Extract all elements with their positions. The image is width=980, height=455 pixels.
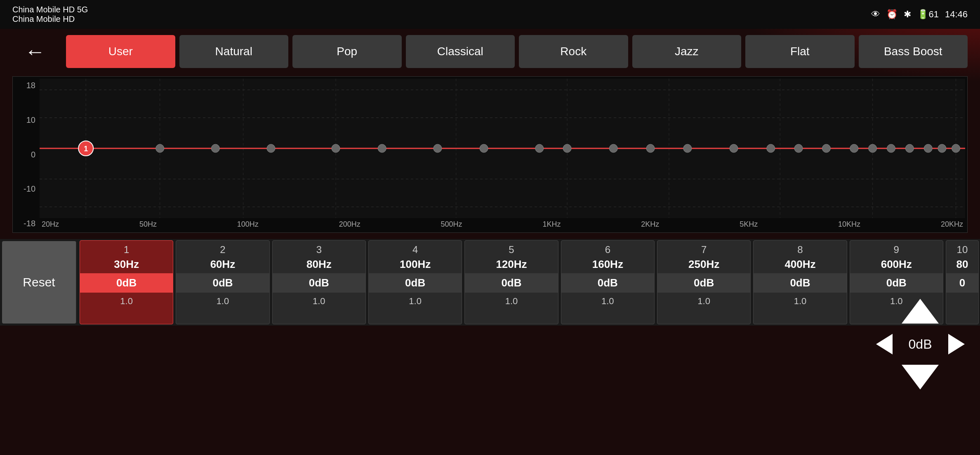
status-bar: China Mobile HD 5G China Mobile HD 👁 ⏰ ✱… bbox=[0, 0, 980, 29]
svg-point-28 bbox=[646, 144, 655, 152]
band-card-3[interactable]: 3 80Hz 0dB 1.0 bbox=[272, 240, 366, 324]
band-4-num: 4 bbox=[369, 241, 462, 257]
band-7-q: 1.0 bbox=[657, 294, 750, 310]
svg-point-23 bbox=[433, 144, 442, 152]
band-1-q: 1.0 bbox=[80, 294, 173, 310]
x-label-200hz: 200Hz bbox=[339, 220, 360, 229]
nav-middle: 0dB bbox=[873, 332, 968, 356]
svg-point-29 bbox=[683, 144, 692, 152]
back-arrow-icon: ← bbox=[25, 40, 45, 63]
svg-point-20 bbox=[267, 144, 275, 152]
x-label-20khz: 20KHz bbox=[941, 220, 963, 229]
x-label-100hz: 100Hz bbox=[237, 220, 259, 229]
nav-current-value: 0dB bbox=[904, 337, 937, 352]
band-8-freq: 400Hz bbox=[754, 257, 846, 272]
band-6-num: 6 bbox=[561, 241, 654, 257]
band-3-freq: 80Hz bbox=[273, 257, 365, 272]
eq-y-labels: 18 10 0 -10 -18 bbox=[13, 77, 38, 232]
svg-point-33 bbox=[822, 144, 830, 152]
band-8-db: 0dB bbox=[754, 273, 846, 293]
band-card-8[interactable]: 8 400Hz 0dB 1.0 bbox=[753, 240, 847, 324]
band-2-q: 1.0 bbox=[176, 294, 269, 310]
alarm-icon: ⏰ bbox=[886, 9, 898, 20]
x-label-2khz: 2KHz bbox=[641, 220, 659, 229]
eq-chart-container: 18 10 0 -10 -18 bbox=[12, 76, 968, 233]
x-label-1khz: 1KHz bbox=[542, 220, 561, 229]
band-7-freq: 250Hz bbox=[657, 257, 750, 272]
band-4-freq: 100Hz bbox=[369, 257, 462, 272]
nav-left-button[interactable] bbox=[873, 332, 895, 356]
band-6-q: 1.0 bbox=[561, 294, 654, 310]
reset-button[interactable]: Reset bbox=[2, 241, 76, 324]
tab-user[interactable]: User bbox=[66, 35, 175, 68]
band-4-db: 0dB bbox=[369, 273, 462, 293]
eq-chart[interactable]: 1 bbox=[40, 79, 965, 218]
carrier2: China Mobile HD bbox=[12, 14, 88, 24]
x-label-5khz: 5KHz bbox=[740, 220, 758, 229]
y-label-18: 18 bbox=[15, 81, 35, 90]
tab-jazz[interactable]: Jazz bbox=[632, 35, 742, 68]
svg-point-31 bbox=[767, 144, 775, 152]
band-cards: 1 30Hz 0dB 1.0 2 60Hz 0dB 1.0 3 80Hz 0dB… bbox=[78, 239, 980, 326]
svg-point-39 bbox=[938, 144, 946, 152]
tab-rock[interactable]: Rock bbox=[519, 35, 628, 68]
band-1-freq: 30Hz bbox=[80, 257, 173, 272]
svg-point-24 bbox=[480, 144, 488, 152]
carrier-info: China Mobile HD 5G China Mobile HD bbox=[12, 5, 88, 24]
eye-icon: 👁 bbox=[871, 9, 880, 20]
tab-flat[interactable]: Flat bbox=[745, 35, 855, 68]
band-7-num: 7 bbox=[657, 241, 750, 257]
x-label-20hz: 20Hz bbox=[42, 220, 59, 229]
svg-point-19 bbox=[211, 144, 219, 152]
tab-natural[interactable]: Natural bbox=[179, 35, 289, 68]
svg-point-25 bbox=[535, 144, 544, 152]
eq-x-labels: 20Hz 50Hz 100Hz 200Hz 500Hz 1KHz 2KHz 5K… bbox=[40, 218, 965, 230]
svg-point-18 bbox=[156, 144, 164, 152]
band-card-5[interactable]: 5 120Hz 0dB 1.0 bbox=[464, 240, 558, 324]
band-2-freq: 60Hz bbox=[176, 257, 269, 272]
band-1-db: 0dB bbox=[80, 273, 173, 293]
band-3-num: 3 bbox=[273, 241, 365, 257]
svg-point-22 bbox=[378, 144, 386, 152]
nav-up-button[interactable] bbox=[895, 295, 945, 328]
battery-icon: 🔋61 bbox=[917, 9, 938, 20]
band-card-7[interactable]: 7 250Hz 0dB 1.0 bbox=[657, 240, 751, 324]
svg-point-37 bbox=[905, 144, 914, 152]
x-label-10khz: 10KHz bbox=[838, 220, 860, 229]
svg-marker-44 bbox=[902, 365, 939, 389]
svg-point-21 bbox=[332, 144, 340, 152]
tab-bass-boost[interactable]: Bass Boost bbox=[859, 35, 968, 68]
tab-pop[interactable]: Pop bbox=[292, 35, 402, 68]
band-5-db: 0dB bbox=[465, 273, 558, 293]
band-3-db: 0dB bbox=[273, 273, 365, 293]
svg-point-27 bbox=[609, 144, 617, 152]
nav-right-button[interactable] bbox=[945, 332, 968, 356]
band-3-q: 1.0 bbox=[273, 294, 365, 310]
band-8-num: 8 bbox=[754, 241, 846, 257]
time: 14:46 bbox=[945, 9, 968, 20]
svg-marker-42 bbox=[876, 334, 893, 354]
back-button[interactable]: ← bbox=[16, 33, 54, 70]
nav-down-button[interactable] bbox=[895, 361, 945, 394]
svg-point-30 bbox=[730, 144, 738, 152]
svg-point-26 bbox=[563, 144, 571, 152]
bluetooth-icon: ✱ bbox=[904, 9, 911, 20]
band-card-6[interactable]: 6 160Hz 0dB 1.0 bbox=[561, 240, 655, 324]
tab-bar: User Natural Pop Classical Rock Jazz Fla… bbox=[66, 31, 968, 72]
band-card-2[interactable]: 2 60Hz 0dB 1.0 bbox=[176, 240, 269, 324]
x-label-50hz: 50Hz bbox=[139, 220, 157, 229]
x-label-500hz: 500Hz bbox=[441, 220, 462, 229]
band-2-num: 2 bbox=[176, 241, 269, 257]
band-6-freq: 160Hz bbox=[561, 257, 654, 272]
band-1-num: 1 bbox=[80, 241, 173, 257]
tab-classical[interactable]: Classical bbox=[406, 35, 515, 68]
svg-marker-43 bbox=[948, 334, 965, 354]
band-6-db: 0dB bbox=[561, 273, 654, 293]
band-card-1[interactable]: 1 30Hz 0dB 1.0 bbox=[80, 240, 173, 324]
svg-text:1: 1 bbox=[84, 145, 88, 153]
bottom-controls: Reset 1 30Hz 0dB 1.0 2 60Hz 0dB 1.0 3 80… bbox=[0, 239, 980, 326]
band-5-q: 1.0 bbox=[465, 294, 558, 310]
y-label-10: 10 bbox=[15, 115, 35, 125]
band-card-4[interactable]: 4 100Hz 0dB 1.0 bbox=[368, 240, 462, 324]
svg-marker-41 bbox=[902, 299, 939, 324]
